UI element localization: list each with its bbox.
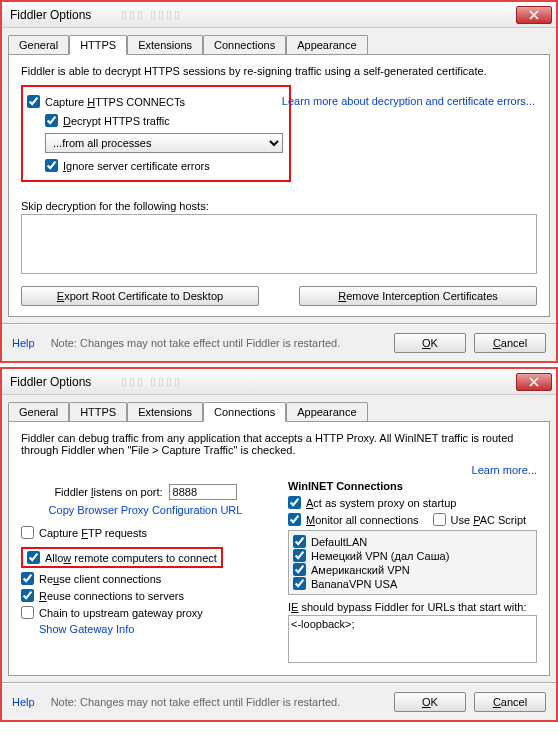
footer-note: Note: Changes may not take effect until …: [51, 337, 394, 349]
listen-port-input[interactable]: [169, 484, 237, 500]
titlebar: Fiddler Options ▯▯▯ ▯▯▯▯: [2, 369, 556, 395]
tab-https[interactable]: HTTPS: [69, 402, 127, 422]
decrypt-traffic-label: Decrypt HTTPS traffic: [63, 115, 170, 127]
tab-appearance[interactable]: Appearance: [286, 402, 367, 422]
tab-general[interactable]: General: [8, 402, 69, 422]
copy-proxy-url-link[interactable]: Copy Browser Proxy Configuration URL: [49, 504, 243, 516]
capture-ftp-label: Capture FTP requests: [39, 527, 147, 539]
https-highlight-box: Capture HTTPS CONNECTs Decrypt HTTPS tra…: [21, 85, 291, 182]
dialog-connections: Fiddler Options ▯▯▯ ▯▯▯▯ General HTTPS E…: [0, 367, 558, 722]
window-title: Fiddler Options: [10, 375, 91, 389]
chain-upstream-checkbox[interactable]: [21, 606, 34, 619]
allow-remote-label: Allow remote computers to connect: [45, 552, 217, 564]
use-pac-label: Use PAC Script: [451, 514, 527, 526]
reuse-server-checkbox[interactable]: [21, 589, 34, 602]
capture-connects-label: Capture HTTPS CONNECTs: [45, 96, 185, 108]
https-description: Fiddler is able to decrypt HTTPS session…: [21, 65, 537, 77]
dialog-https: Fiddler Options ▯▯▯ ▯▯▯▯ General HTTPS E…: [0, 0, 558, 363]
act-system-proxy-label: Act as system proxy on startup: [306, 497, 456, 509]
export-cert-button[interactable]: Export Root Certificate to Desktop: [21, 286, 259, 306]
reuse-client-label: Reuse client connections: [39, 573, 161, 585]
connections-list: DefaultLAN Немецкий VPN (дал Саша) Амери…: [288, 530, 537, 595]
learn-more-link[interactable]: Learn more about decryption and certific…: [282, 95, 535, 107]
window-title: Fiddler Options: [10, 8, 91, 22]
conn-label: DefaultLAN: [311, 536, 367, 548]
wininet-heading: WinINET Connections: [288, 480, 537, 492]
act-system-proxy-checkbox[interactable]: [288, 496, 301, 509]
chain-upstream-label: Chain to upstream gateway proxy: [39, 607, 203, 619]
help-link[interactable]: Help: [12, 337, 35, 349]
tab-general[interactable]: General: [8, 35, 69, 55]
connections-description: Fiddler can debug traffic from any appli…: [21, 432, 537, 456]
conn-checkbox[interactable]: [293, 577, 306, 590]
help-link[interactable]: Help: [12, 696, 35, 708]
cancel-button[interactable]: Cancel: [474, 333, 546, 353]
footer-note: Note: Changes may not take effect until …: [51, 696, 394, 708]
gateway-info-link[interactable]: Show Gateway Info: [39, 623, 134, 635]
listen-port-label: Fiddler listens on port:: [54, 486, 162, 498]
tab-pane-https: Fiddler is able to decrypt HTTPS session…: [8, 54, 550, 317]
left-column: Fiddler listens on port: Copy Browser Pr…: [21, 480, 270, 665]
ignore-cert-errors-label: Ignore server certificate errors: [63, 160, 210, 172]
right-column: WinINET Connections Act as system proxy …: [288, 480, 537, 665]
skip-decryption-input[interactable]: [21, 214, 537, 274]
tab-connections[interactable]: Connections: [203, 402, 286, 422]
ok-button[interactable]: OK: [394, 692, 466, 712]
tab-appearance[interactable]: Appearance: [286, 35, 367, 55]
conn-checkbox[interactable]: [293, 549, 306, 562]
titlebar: Fiddler Options ▯▯▯ ▯▯▯▯: [2, 2, 556, 28]
ok-button[interactable]: OK: [394, 333, 466, 353]
ignore-cert-errors-checkbox[interactable]: [45, 159, 58, 172]
conn-checkbox[interactable]: [293, 535, 306, 548]
tab-strip: General HTTPS Extensions Connections App…: [2, 395, 556, 421]
dialog-footer: Help Note: Changes may not take effect u…: [2, 682, 556, 720]
tab-pane-connections: Fiddler can debug traffic from any appli…: [8, 421, 550, 676]
tab-connections[interactable]: Connections: [203, 35, 286, 55]
tab-extensions[interactable]: Extensions: [127, 402, 203, 422]
tab-extensions[interactable]: Extensions: [127, 35, 203, 55]
close-icon: [529, 10, 539, 20]
background-ghost: ▯▯▯ ▯▯▯▯: [121, 375, 182, 388]
conn-label: Немецкий VPN (дал Саша): [311, 550, 449, 562]
close-button[interactable]: [516, 373, 552, 391]
cancel-button[interactable]: Cancel: [474, 692, 546, 712]
process-filter-select[interactable]: ...from all processes: [45, 133, 283, 153]
monitor-all-checkbox[interactable]: [288, 513, 301, 526]
background-ghost: ▯▯▯ ▯▯▯▯: [121, 8, 182, 21]
reuse-server-label: Reuse connections to servers: [39, 590, 184, 602]
close-icon: [529, 377, 539, 387]
use-pac-checkbox[interactable]: [433, 513, 446, 526]
conn-checkbox[interactable]: [293, 563, 306, 576]
monitor-all-label: Monitor all connections: [306, 514, 419, 526]
dialog-footer: Help Note: Changes may not take effect u…: [2, 323, 556, 361]
bypass-label: IE should bypass Fiddler for URLs that s…: [288, 601, 537, 613]
allow-remote-checkbox[interactable]: [27, 551, 40, 564]
close-button[interactable]: [516, 6, 552, 24]
learn-more-link[interactable]: Learn more...: [472, 464, 537, 476]
decrypt-traffic-checkbox[interactable]: [45, 114, 58, 127]
reuse-client-checkbox[interactable]: [21, 572, 34, 585]
skip-decryption-label: Skip decryption for the following hosts:: [21, 200, 537, 212]
tab-https[interactable]: HTTPS: [69, 35, 127, 55]
conn-label: Американский VPN: [311, 564, 410, 576]
remove-cert-button[interactable]: Remove Interception Certificates: [299, 286, 537, 306]
capture-ftp-checkbox[interactable]: [21, 526, 34, 539]
conn-label: BananaVPN USA: [311, 578, 397, 590]
bypass-input[interactable]: <-loopback>;: [288, 615, 537, 663]
capture-connects-checkbox[interactable]: [27, 95, 40, 108]
allow-remote-highlight: Allow remote computers to connect: [21, 547, 223, 568]
tab-strip: General HTTPS Extensions Connections App…: [2, 28, 556, 54]
